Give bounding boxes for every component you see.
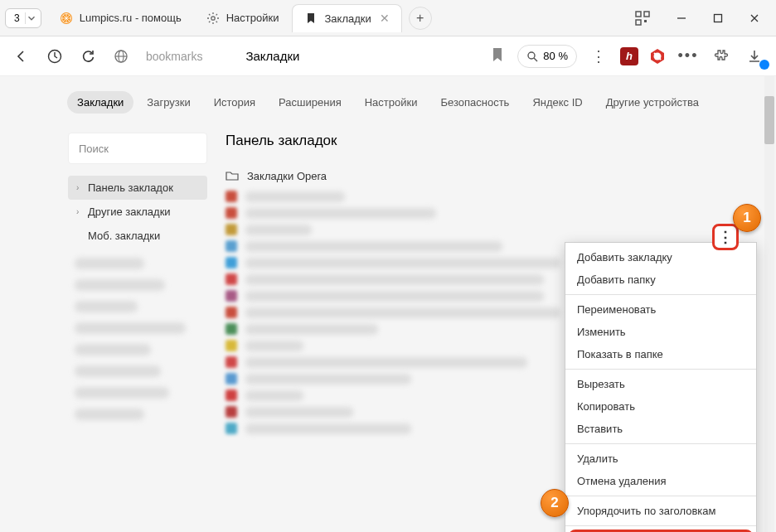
settings-top-nav: Закладки Загрузки История Расширения Нас…	[0, 91, 776, 114]
svg-rect-3	[636, 12, 641, 17]
search-input[interactable]: Поиск	[68, 133, 207, 164]
topnav-downloads[interactable]: Загрузки	[137, 91, 200, 114]
tab-bookmarks[interactable]: Закладки ✕	[292, 4, 401, 32]
ctx-rename[interactable]: Переименовать	[565, 298, 756, 321]
svg-line-14	[534, 58, 537, 61]
new-tab-button[interactable]: +	[409, 7, 432, 30]
back-button[interactable]	[10, 45, 33, 68]
maximize-button[interactable]	[711, 12, 725, 25]
sidebar: Поиск ›Панель закладок ›Другие закладки …	[68, 133, 207, 430]
sidebar-item-label: Другие закладки	[88, 206, 171, 218]
topnav-yandex-id[interactable]: Яндекс ID	[522, 91, 592, 114]
sidebar-item-label: Панель закладок	[88, 181, 173, 194]
topnav-extensions[interactable]: Расширения	[269, 91, 352, 114]
address-bar: bookmarks Закладки 80 % ⋮ h •••	[0, 36, 776, 76]
scrollbar-track[interactable]	[764, 76, 774, 532]
download-badge	[759, 60, 769, 70]
svg-point-2	[211, 16, 215, 19]
kebab-menu[interactable]: ⋮	[587, 45, 610, 68]
folder-label: Закладки Opera	[247, 170, 327, 182]
sidebar-blurred-items	[68, 258, 207, 420]
extensions-puzzle-icon[interactable]	[710, 45, 733, 68]
url-title: Закладки	[245, 49, 299, 63]
ctx-paste[interactable]: Вставить	[565, 418, 756, 440]
callout-2: 2	[541, 489, 569, 517]
sidebar-item-bookmark-bar[interactable]: ›Панель закладок	[68, 176, 207, 200]
url-text[interactable]: bookmarks	[146, 50, 202, 63]
topnav-security[interactable]: Безопасность	[430, 91, 519, 114]
titlebar: 3 Lumpics.ru - помощь Настройки Закладки…	[0, 0, 776, 36]
more-options-button[interactable]: ⋮	[712, 224, 739, 250]
more-extensions[interactable]: •••	[677, 45, 700, 68]
bookmark-icon	[304, 12, 318, 25]
bookmark-folder[interactable]: Закладки Opera	[226, 169, 754, 182]
shield-icon[interactable]	[43, 45, 66, 68]
site-lock-icon[interactable]	[109, 45, 133, 68]
minimize-button[interactable]	[675, 12, 688, 25]
downloads-button[interactable]	[743, 45, 766, 68]
tab-label: Lumpics.ru - помощь	[80, 12, 182, 24]
reload-button[interactable]	[76, 45, 99, 68]
extension-icon-1[interactable]: h	[620, 47, 638, 65]
zoom-value: 80 %	[543, 50, 568, 62]
context-menu: Добавить закладку Добавить папку Переиме…	[565, 242, 757, 532]
tab-counter[interactable]: 3	[5, 8, 41, 28]
svg-rect-6	[644, 20, 647, 22]
folder-icon	[226, 169, 239, 182]
ctx-add-folder[interactable]: Добавить папку	[565, 268, 756, 291]
qr-icon[interactable]	[635, 11, 650, 26]
topnav-settings[interactable]: Настройки	[355, 91, 428, 114]
ctx-show-in-folder[interactable]: Показать в папке	[565, 343, 756, 365]
ctx-undo-delete[interactable]: Отмена удаления	[565, 470, 756, 492]
topnav-other-devices[interactable]: Другие устройства	[596, 91, 709, 114]
ctx-delete[interactable]: Удалить	[565, 447, 756, 470]
svg-rect-5	[636, 20, 641, 25]
close-button[interactable]	[748, 12, 761, 25]
ctx-cut[interactable]: Вырезать	[565, 373, 756, 395]
tab-label: Настройки	[226, 12, 279, 24]
main-heading: Панель закладок	[226, 133, 754, 149]
svg-rect-8	[715, 14, 722, 22]
orange-slice-icon	[60, 12, 73, 25]
ctx-copy[interactable]: Копировать	[565, 395, 756, 418]
extension-icon-adblock[interactable]	[648, 47, 667, 65]
content-area: Закладки Загрузки История Расширения Нас…	[0, 76, 776, 532]
tab-settings[interactable]: Настройки	[195, 4, 291, 32]
tab-label: Закладки	[324, 12, 371, 25]
topnav-bookmarks[interactable]: Закладки	[67, 91, 133, 114]
close-icon[interactable]: ✕	[380, 12, 390, 25]
tab-lumpics[interactable]: Lumpics.ru - помощь	[48, 4, 193, 32]
search-icon	[526, 51, 538, 62]
svg-point-13	[528, 52, 535, 59]
chevron-down-icon	[26, 12, 37, 24]
more-options-wrap: ⋮	[712, 224, 739, 250]
zoom-indicator[interactable]: 80 %	[517, 45, 577, 68]
topnav-history[interactable]: История	[204, 91, 265, 114]
svg-rect-4	[644, 12, 649, 17]
ctx-sort[interactable]: Упорядочить по заголовкам	[565, 500, 756, 522]
tab-count-number: 3	[9, 12, 26, 24]
window-controls	[675, 12, 761, 25]
sidebar-item-other-bookmarks[interactable]: ›Другие закладки	[68, 200, 207, 224]
sidebar-item-label: Моб. закладки	[88, 230, 160, 242]
callout-1: 1	[733, 204, 761, 232]
sidebar-item-mobile-bookmarks[interactable]: ›Моб. закладки	[68, 224, 207, 248]
ctx-edit[interactable]: Изменить	[565, 321, 756, 343]
gear-icon	[206, 12, 220, 25]
bookmark-flag-icon[interactable]	[491, 47, 504, 65]
